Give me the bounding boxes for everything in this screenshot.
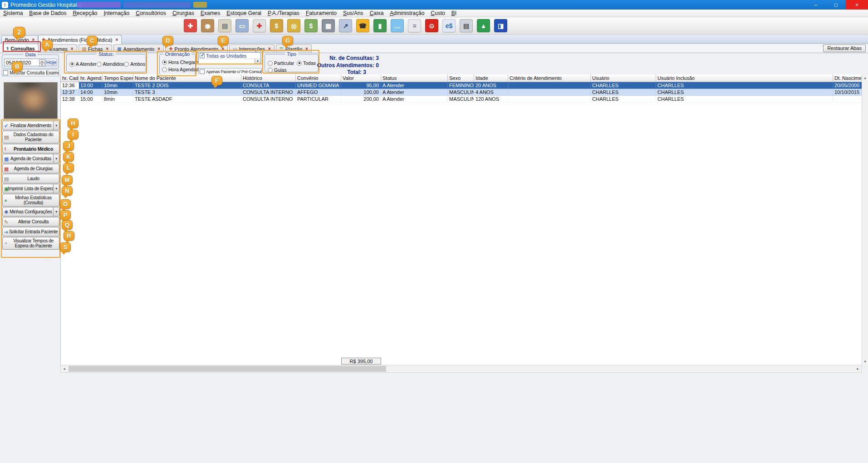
menu-item-sus-ans[interactable]: Sus/Ans [340,10,367,17]
menu-item-administracao[interactable]: Administração [387,10,427,17]
dropdown-arrow-icon[interactable]: ▾ [53,184,59,193]
medicines-icon[interactable]: ✚ [184,19,197,32]
column-header-criterio-de-atendimento[interactable]: Critério de Atendimento [508,74,591,82]
column-header-hr-cad[interactable]: hr. Cad. [61,74,79,82]
menu-item-exames[interactable]: Exames [197,10,223,17]
records-icon[interactable]: ▤ [218,19,231,32]
unidades-dropdown[interactable]: ▾ [199,59,260,64]
document-icon[interactable]: ▤ [460,19,473,32]
internment-bed-icon[interactable]: ▭ [235,19,249,32]
dropdown-arrow-icon[interactable]: ▾ [53,207,59,216]
bi-icon[interactable]: ◨ [494,19,507,32]
column-header-sexo[interactable]: Sexo [448,74,474,82]
reception-icon[interactable]: ◉ [201,19,214,32]
radio-hora-chegada[interactable]: Hora Chegada [162,59,199,65]
minhas-estatisticas-consulta-button[interactable]: ◕Minhas Estatísticas (Consulta) [2,194,59,207]
radio-ambos[interactable]: Ambos [124,61,145,67]
unidades-combobox[interactable]: Todas as Unidades ▾ [198,52,261,64]
radio-particular[interactable]: Particular [268,60,294,66]
table-row[interactable]: 12:3714:0010minTESTE 3CONSULTA INTERNOAF… [61,89,862,96]
alterar-consulta-button[interactable]: ✎Alterar Consulta [2,217,59,227]
tab-agendamento[interactable]: ▦Agendamento× [113,44,164,53]
coins-icon[interactable]: ◎ [287,19,300,32]
menu-item-estoque-geral[interactable]: Estoque Geral [223,10,265,17]
radio-atendidos[interactable]: Atendidos [97,61,124,67]
radio-hora-agendada[interactable]: Hora Agendada [162,67,201,72]
report-icon[interactable]: ≡ [408,19,421,32]
chat-icon[interactable]: … [391,19,404,32]
spinner-up-icon[interactable]: ▴ [39,59,45,63]
prontuario-medico-button[interactable]: ⚕Prontuário Médico [2,144,59,153]
date-input[interactable]: 05/10/2020 ▴▾ [4,59,46,66]
close-icon[interactable]: × [71,46,74,51]
close-icon[interactable]: × [157,46,160,51]
finalizar-atendimento-button[interactable]: ✔Finalizar Atendimento▾ [2,121,59,130]
close-icon[interactable]: × [115,37,118,42]
column-header-nome-do-paciente[interactable]: Nome do Paciente [133,74,241,82]
dropdown-arrow-icon[interactable]: ▾ [53,154,59,163]
close-icon[interactable]: × [305,46,308,51]
menu-item-cirurgias[interactable]: Cirurgias [169,10,197,17]
table-row[interactable]: 12:3613:0010minTESTE 2 DOISCONSULTAUNIME… [61,82,862,89]
radio-a-atender[interactable]: A Atender [69,61,97,67]
scroll-up-icon[interactable]: ▴ [862,74,868,81]
dados-cadastrais-do-paciente-button[interactable]: ▤Dados Cadastrais do Paciente [2,131,59,143]
stock-chart-icon[interactable]: ↗ [339,19,352,32]
menu-item-consultorios[interactable]: Consultórios [132,10,169,17]
column-header-usuario[interactable]: Usuário [591,74,656,82]
column-header-historico[interactable]: Histórico [241,74,296,82]
restaurar-abas-button[interactable]: Restaurar Abas [823,44,866,52]
ledger-icon[interactable]: ▮ [373,19,387,32]
column-header-tempo-espera[interactable]: Tempo Espera [103,74,133,82]
maximize-button[interactable]: □ [826,0,846,10]
menu-item-custo[interactable]: Custo [427,10,448,17]
imprimir-lista-de-espera-button[interactable]: ▣Imprimir Lista de Espera▾ [2,184,59,193]
phonebook-icon[interactable]: ☎ [356,19,369,32]
ambulance-icon[interactable]: ✚ [253,19,266,32]
close-icon[interactable]: × [32,37,35,42]
minhas-configuracoes-button[interactable]: ✱Minhas Configurações▾ [2,207,59,217]
spinner-down-icon[interactable]: ▾ [39,63,45,67]
menu-item-p-a-terapias[interactable]: P.A./Terapias [265,10,303,17]
column-header-convenio[interactable]: Convênio [296,74,341,82]
menu-item-sistema[interactable]: Sistema [0,10,26,17]
tab-consultas[interactable]: ⚕Consultas [3,44,39,53]
column-header-idade[interactable]: Idade [474,74,508,82]
radio-todas[interactable]: Todas [297,60,316,66]
tab-internacoes[interactable]: ▭Internações× [229,44,275,53]
column-header-usuario-inclusao[interactable]: Usuário Inclusão [656,74,833,82]
scroll-down-icon[interactable]: ▾ [862,358,868,365]
column-header-status[interactable]: Status [381,74,448,82]
dropdown-arrow-icon[interactable]: ▾ [53,121,59,130]
hoje-button[interactable]: Hoje [45,59,57,66]
agenda-de-cirurgias-button[interactable]: ▦Agenda de Cirurgias [2,164,59,173]
radio-guias[interactable]: Guias [268,67,286,73]
date-spinner[interactable]: ▴▾ [39,59,45,65]
todas-unidades-checkbox[interactable]: Todas as Unidades [199,53,260,59]
close-button[interactable]: × [846,0,868,10]
laudo-button[interactable]: ▤Laudo [2,174,59,183]
minimize-button[interactable]: – [806,0,826,10]
money-bag-icon[interactable]: $ [270,19,283,32]
safe-icon[interactable]: ▦ [322,19,335,32]
scrollbar-thumb[interactable] [69,366,386,372]
menu-item-bi[interactable]: BI [448,10,460,17]
menu-item-internacao[interactable]: Internação [100,10,132,17]
menu-item-base-de-dados[interactable]: Base de Dados [26,10,69,17]
scroll-right-icon[interactable]: ▸ [854,365,861,372]
chevron-down-icon[interactable]: ▾ [255,59,260,64]
scroll-left-icon[interactable]: ◂ [61,365,68,372]
menu-item-caixa[interactable]: Caixa [367,10,387,17]
table-row[interactable]: 12:3815:008minTESTE ASDADFCONSULTA INTER… [61,96,862,103]
column-header-dt-nascimento[interactable]: Dt. Nascimento [833,74,862,82]
column-header-hr-agend[interactable]: hr. Agend. [79,74,103,82]
visualizar-tempos-de-espera-do-paciente-button[interactable]: ◔Visualizar Tempos de Espera do Paciente [2,237,59,250]
close-icon[interactable]: × [268,46,271,51]
payments-icon[interactable]: $ [304,19,318,32]
invoice-icon[interactable]: e$ [442,19,456,32]
close-icon[interactable]: × [106,46,109,51]
horizontal-scrollbar[interactable]: ◂ ▸ [60,365,862,373]
solicitar-entrada-paciente-button[interactable]: ➔Solicitar Entrada Paciente [2,227,59,236]
mesclar-consulta-checkbox[interactable]: Mesclar Consulta Exame [2,69,59,76]
power-icon[interactable]: ⊙ [425,19,438,32]
